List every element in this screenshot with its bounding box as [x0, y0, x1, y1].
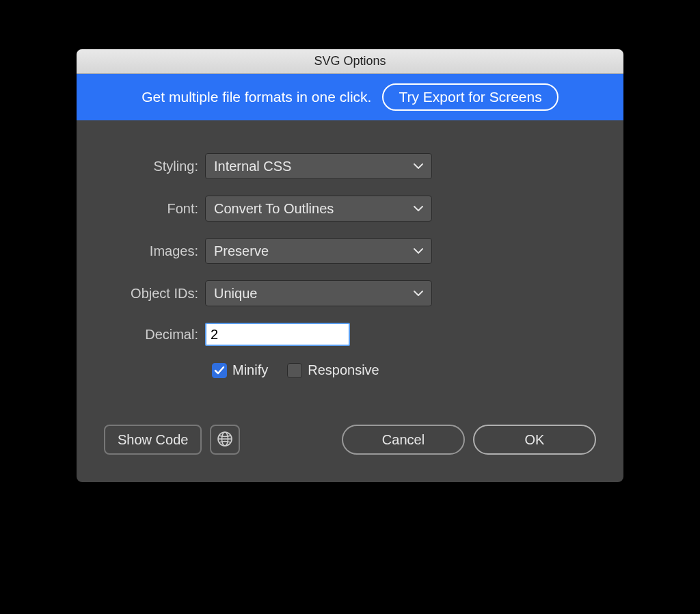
- styling-dropdown[interactable]: Internal CSS: [205, 153, 432, 179]
- images-row: Images: Preserve: [104, 238, 596, 264]
- chevron-down-icon: [414, 246, 423, 256]
- minify-checkbox[interactable]: [212, 363, 227, 378]
- object-ids-label: Object IDs:: [104, 286, 205, 302]
- object-ids-dropdown[interactable]: Unique: [205, 280, 432, 306]
- window-title: SVG Options: [314, 54, 386, 68]
- styling-label: Styling:: [104, 159, 205, 174]
- chevron-down-icon: [414, 289, 423, 298]
- font-value: Convert To Outlines: [214, 201, 334, 217]
- button-bar: Show Code Cancel OK: [77, 392, 623, 482]
- decimal-row: Decimal:: [104, 323, 596, 346]
- minify-check-item: Minify: [212, 362, 268, 378]
- banner-text: Get multiple file formats in one click.: [142, 89, 371, 105]
- decimal-label: Decimal:: [104, 327, 205, 343]
- images-label: Images:: [104, 243, 205, 259]
- web-preview-button[interactable]: [210, 425, 240, 455]
- chevron-down-icon: [414, 161, 423, 171]
- object-ids-value: Unique: [214, 286, 257, 302]
- try-export-for-screens-button[interactable]: Try Export for Screens: [382, 83, 558, 111]
- images-dropdown[interactable]: Preserve: [205, 238, 432, 264]
- font-dropdown[interactable]: Convert To Outlines: [205, 196, 432, 222]
- show-code-button[interactable]: Show Code: [104, 425, 202, 455]
- cancel-button[interactable]: Cancel: [342, 425, 465, 455]
- styling-row: Styling: Internal CSS: [104, 153, 596, 179]
- window-titlebar: SVG Options: [77, 49, 623, 74]
- font-label: Font:: [104, 201, 205, 217]
- ok-button[interactable]: OK: [473, 425, 596, 455]
- images-value: Preserve: [214, 243, 269, 259]
- decimal-input[interactable]: [205, 323, 350, 346]
- minify-label: Minify: [232, 362, 268, 378]
- chevron-down-icon: [414, 204, 423, 213]
- responsive-check-item: Responsive: [287, 362, 379, 378]
- form-area: Styling: Internal CSS Font: Convert To O…: [77, 120, 623, 392]
- font-row: Font: Convert To Outlines: [104, 196, 596, 222]
- svg-options-dialog: SVG Options Get multiple file formats in…: [77, 49, 623, 482]
- checkbox-row: Minify Responsive: [104, 362, 596, 378]
- object-ids-row: Object IDs: Unique: [104, 280, 596, 306]
- styling-value: Internal CSS: [214, 159, 291, 174]
- responsive-label: Responsive: [308, 362, 379, 378]
- responsive-checkbox[interactable]: [287, 363, 302, 378]
- globe-icon: [217, 431, 233, 449]
- promo-banner: Get multiple file formats in one click. …: [77, 74, 623, 120]
